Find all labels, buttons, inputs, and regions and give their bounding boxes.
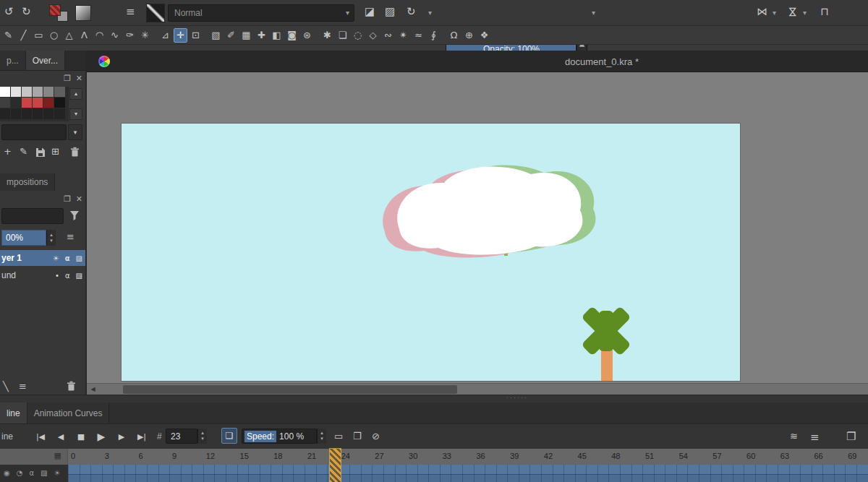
inherit-alpha-badge[interactable]: ▨ — [76, 272, 82, 280]
add-icon[interactable]: + — [4, 147, 12, 156]
speed-spinbox[interactable]: Speed: 100 % — [242, 429, 317, 444]
docker-splitter-handle[interactable]: ······ — [506, 394, 528, 401]
chevron-down-icon[interactable]: ▾ — [592, 9, 595, 17]
tab-animation-curves[interactable]: Animation Curves — [27, 403, 110, 423]
mirror-vertical-icon[interactable]: ⋈ — [787, 7, 798, 17]
multibrush-tool[interactable]: ✳ — [138, 28, 152, 43]
contiguous-select-tool[interactable]: ≈ — [412, 28, 425, 43]
smart-patch-tool[interactable]: ✚ — [255, 28, 268, 43]
horizontal-scrollbar-thumb[interactable] — [123, 385, 457, 394]
palette-select-dropdown[interactable] — [1, 124, 67, 140]
palette-swatch[interactable] — [43, 87, 54, 98]
inherit-alpha-icon[interactable]: ▨ — [41, 469, 47, 482]
brush-preset-thumbnail[interactable] — [146, 4, 165, 22]
previous-frame-button[interactable]: ◀ — [52, 428, 69, 445]
palette-swatch[interactable] — [33, 87, 43, 98]
magnetic-select-tool[interactable]: Ω — [447, 28, 461, 43]
assistants-tool[interactable]: ✱ — [320, 28, 334, 43]
layer-visible-icon[interactable]: ◉ — [4, 469, 10, 482]
color-sampler-tool[interactable]: ✐ — [224, 28, 238, 43]
drop-frames-mode-icon[interactable]: ⊘ — [372, 431, 380, 442]
alpha-badge[interactable]: α — [65, 254, 70, 262]
layer-opacity-spinner[interactable]: ▴ ▾ — [46, 230, 56, 246]
grid-icon[interactable]: ⊞ — [51, 147, 59, 156]
palette-scroll-down-button[interactable]: ▾ — [69, 108, 82, 120]
chevron-down-icon[interactable]: ▾ — [773, 9, 776, 17]
properties-menu-icon[interactable]: ≡ — [19, 382, 27, 391]
colorize-mask-tool[interactable]: ⊛ — [300, 28, 314, 43]
audio-options-icon[interactable]: ≋ — [790, 431, 798, 442]
inherit-alpha-badge[interactable]: ▨ — [76, 254, 82, 262]
layer-row-layer1[interactable]: yer 1 ☀α▨ — [0, 250, 85, 266]
palette-swatch[interactable] — [0, 108, 11, 119]
palette-swatch[interactable] — [54, 98, 65, 108]
transform-tool[interactable]: ⊿ — [158, 28, 172, 43]
visibility-dot-icon[interactable]: • — [55, 272, 59, 280]
playhead-overlay[interactable] — [330, 449, 341, 482]
fill-tool[interactable]: ◧ — [270, 28, 284, 43]
chevron-down-icon[interactable]: ▾ — [428, 9, 432, 17]
palette-swatch[interactable] — [33, 98, 43, 108]
stop-button[interactable]: ■ — [72, 428, 90, 445]
eraser-mode-icon[interactable]: ◪ — [365, 7, 375, 17]
layer-opacity-spinbox[interactable]: 00% — [1, 230, 46, 246]
timeline-menu-icon[interactable]: ≡ — [810, 431, 820, 444]
crop-tool[interactable]: ⊡ — [189, 28, 203, 43]
scrollbar-left-icon[interactable]: ◀ — [88, 385, 98, 394]
all-frames-mode-icon[interactable]: ❐ — [353, 431, 362, 442]
tab-timeline[interactable]: line — [0, 403, 27, 423]
polyline-tool[interactable]: Λ — [77, 28, 91, 43]
next-frame-button[interactable]: ▶ — [113, 428, 130, 445]
rectangle-tool[interactable]: ▭ — [32, 28, 46, 43]
similar-select-tool[interactable]: ✴ — [396, 28, 410, 43]
skip-end-button[interactable]: ▶| — [133, 428, 150, 445]
play-button[interactable]: ▶ — [93, 428, 110, 445]
palette-swatch[interactable] — [22, 98, 33, 108]
float-panel-icon[interactable]: ❐ — [64, 74, 71, 82]
gradient-chooser[interactable] — [75, 5, 91, 21]
layer-color-icon[interactable]: ☀ — [54, 469, 61, 482]
layer-options-menu-icon[interactable]: ≡ — [67, 232, 75, 241]
frame-number-spinner[interactable]: ▴ ▾ — [197, 429, 207, 444]
palette-swatch[interactable] — [22, 108, 33, 119]
palette-swatch[interactable] — [0, 98, 11, 108]
freehand-brush-tool[interactable]: ✎ — [1, 28, 15, 43]
workspace-chooser-icon[interactable]: ≡ — [126, 7, 135, 17]
elliptical-select-tool[interactable]: ◌ — [351, 28, 365, 43]
palette-scroll-up-button[interactable]: ▴ — [69, 88, 82, 100]
pan-tool[interactable]: ❖ — [477, 28, 491, 43]
onion-skin-icon[interactable]: ◔ — [17, 469, 23, 482]
foreground-color-swatch[interactable] — [49, 4, 61, 16]
frame-grid[interactable] — [68, 465, 868, 482]
layer-row-background[interactable]: und •α▨ — [0, 267, 85, 283]
palette-swatch[interactable] — [0, 87, 11, 98]
palette-swatch[interactable] — [54, 87, 65, 98]
onion-skin-toggle[interactable]: ❏ — [221, 428, 237, 444]
zoom-tool[interactable]: ⊕ — [462, 28, 476, 43]
polygon-tool[interactable]: △ — [62, 28, 76, 43]
alpha-lock-icon[interactable]: α — [29, 469, 34, 482]
palette-dropdown-button[interactable]: ▾ — [68, 124, 82, 140]
frame-row-2[interactable] — [68, 474, 868, 482]
freehand-select-tool[interactable]: ∾ — [381, 28, 395, 43]
mirror-horizontal-icon[interactable]: ⋈ — [757, 7, 767, 17]
layer-blend-dropdown[interactable] — [1, 208, 64, 224]
float-panel-icon[interactable]: ❐ — [64, 195, 71, 203]
compositions-docker-tab[interactable]: mpositions — [0, 173, 55, 191]
redo-icon[interactable]: ↻ — [22, 7, 31, 17]
pattern-tool[interactable]: ▦ — [239, 28, 253, 43]
dock-tab-1[interactable]: p... — [0, 51, 26, 70]
palette-swatch[interactable] — [11, 98, 22, 108]
chevron-down-icon[interactable]: ▾ — [803, 9, 807, 17]
blending-mode-dropdown[interactable]: Normal ▾ — [168, 4, 354, 22]
save-icon[interactable] — [35, 147, 46, 158]
float-docker-icon[interactable]: ❐ — [846, 430, 856, 443]
canvas-viewport[interactable] — [87, 72, 868, 383]
skip-start-button[interactable]: |◀ — [32, 428, 49, 445]
toolbar-splitter-handle[interactable]: ······ — [506, 41, 528, 48]
close-panel-icon[interactable]: ✕ — [76, 74, 82, 82]
rectangular-select-tool[interactable]: ❏ — [336, 28, 349, 43]
palette-swatch[interactable] — [43, 98, 54, 108]
ellipse-tool[interactable]: ○ — [47, 28, 61, 43]
single-frame-mode-icon[interactable]: ▭ — [334, 431, 343, 442]
